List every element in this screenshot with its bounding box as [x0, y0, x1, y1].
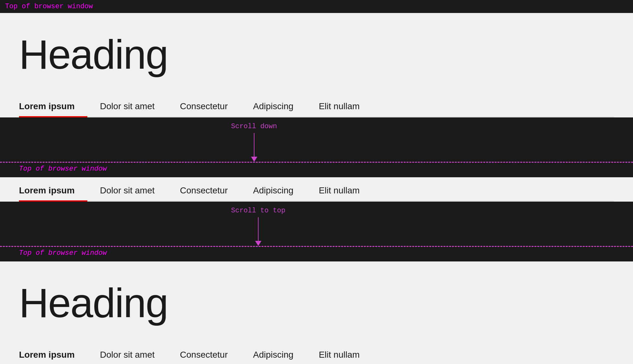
nav-item-adipiscing-1[interactable]: Adipiscing — [253, 96, 306, 116]
section-3: Heading Lorem ipsum Dolor sit amet Conse… — [0, 261, 633, 364]
scroll-to-top-label: Scroll to top — [231, 202, 285, 215]
heading-2: Heading — [19, 280, 614, 326]
top-browser-label-text-1: Top of browser window — [5, 3, 93, 10]
dark-bar-2: Scroll to top — [0, 202, 633, 246]
nav-item-adipiscing-3[interactable]: Adipiscing — [253, 345, 306, 364]
nav-item-lorem-ipsum-1[interactable]: Lorem ipsum — [19, 96, 87, 116]
mid-browser-label-text-2: Top of browser window — [19, 249, 107, 257]
mid-browser-label-text-1: Top of browser window — [19, 165, 107, 173]
nav-item-adipiscing-2[interactable]: Adipiscing — [253, 180, 306, 201]
nav-bar-1: Lorem ipsum Dolor sit amet Consectetur A… — [19, 96, 614, 117]
heading-1: Heading — [19, 32, 614, 77]
nav-bar-3: Lorem ipsum Dolor sit amet Consectetur A… — [19, 345, 614, 364]
dark-bar-1: Scroll down — [0, 117, 633, 162]
nav-item-dolor-3[interactable]: Dolor sit amet — [100, 345, 167, 364]
mid-browser-label-1: Top of browser window — [0, 162, 633, 177]
nav-item-elit-1[interactable]: Elit nullam — [319, 96, 372, 116]
nav-item-elit-2[interactable]: Elit nullam — [319, 180, 372, 201]
nav-item-consectetur-1[interactable]: Consectetur — [180, 96, 241, 116]
nav-item-elit-3[interactable]: Elit nullam — [319, 345, 372, 364]
section-1: Heading Lorem ipsum Dolor sit amet Conse… — [0, 13, 633, 117]
nav-item-lorem-ipsum-3[interactable]: Lorem ipsum — [19, 345, 87, 364]
top-browser-label-1: Top of browser window — [0, 0, 633, 13]
scroll-down-label: Scroll down — [231, 117, 277, 130]
nav-item-lorem-ipsum-2[interactable]: Lorem ipsum — [19, 180, 87, 201]
nav-bar-2: Lorem ipsum Dolor sit amet Consectetur A… — [19, 180, 614, 202]
nav-item-consectetur-3[interactable]: Consectetur — [180, 345, 241, 364]
section-2: Lorem ipsum Dolor sit amet Consectetur A… — [0, 177, 633, 202]
nav-item-consectetur-2[interactable]: Consectetur — [180, 180, 241, 201]
nav-item-dolor-1[interactable]: Dolor sit amet — [100, 96, 167, 116]
nav-item-dolor-2[interactable]: Dolor sit amet — [100, 180, 167, 201]
mid-browser-label-2: Top of browser window — [0, 246, 633, 261]
